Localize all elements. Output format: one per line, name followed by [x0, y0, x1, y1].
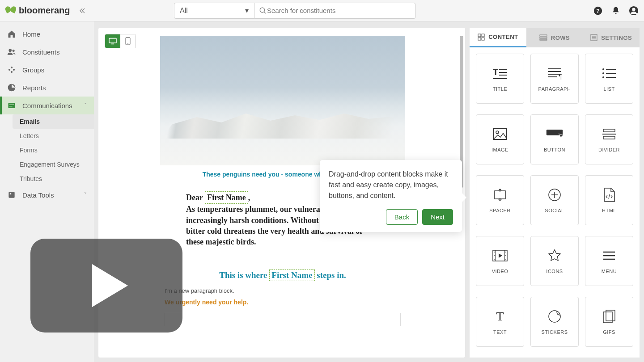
title-icon: T	[491, 66, 509, 81]
subhead-after: steps in.	[315, 270, 346, 280]
collapse-sidebar-icon[interactable]	[79, 8, 85, 14]
tooltip-buttons: Back Next	[329, 209, 453, 225]
sidebar-item-label: Home	[22, 30, 40, 38]
image-icon	[491, 126, 509, 142]
comms-subitems: Emails Letters Forms Engagement Surveys …	[0, 114, 94, 186]
search-filter-select[interactable]: All ▾	[174, 3, 254, 19]
social-icon	[546, 187, 564, 202]
logo-icon	[5, 5, 16, 16]
topbar: bloomerang All ▾ ?	[0, 0, 644, 21]
merge-tag-firstname[interactable]: First Name	[205, 191, 248, 204]
svg-point-39	[494, 255, 495, 256]
divider-icon	[600, 126, 618, 142]
new-paragraph[interactable]: I'm a new paragraph block.	[160, 281, 405, 296]
block-divider[interactable]: DIVIDER	[585, 114, 633, 164]
block-title[interactable]: TTITLE	[476, 54, 524, 104]
sidebar-item-home[interactable]: Home	[0, 25, 94, 43]
svg-point-4	[632, 8, 635, 11]
back-button[interactable]: Back	[386, 209, 418, 225]
greeting-prefix: Dear	[186, 193, 205, 202]
tab-rows[interactable]: ROWS	[526, 28, 583, 47]
svg-point-7	[11, 67, 13, 68]
desktop-view-button[interactable]	[105, 34, 120, 48]
svg-rect-35	[495, 191, 505, 199]
sidebar-item-reports[interactable]: Reports	[0, 79, 94, 97]
svg-text:¶: ¶	[559, 73, 562, 80]
data-icon	[7, 190, 16, 199]
device-toggle	[105, 34, 136, 48]
svg-rect-23	[540, 39, 547, 40]
help-icon[interactable]: ?	[593, 6, 603, 16]
play-icon	[92, 264, 128, 307]
merge-tag-firstname-2[interactable]: First Name	[269, 269, 314, 281]
block-list[interactable]: LIST	[585, 54, 633, 104]
sidebar-item-datatools[interactable]: Data Tools ˅	[0, 186, 94, 204]
mobile-view-button[interactable]	[120, 34, 136, 48]
block-html[interactable]: HTML	[585, 175, 633, 225]
right-panel: CONTENT ROWS SETTINGS TTITLE ¶PARAGRAPH …	[470, 28, 640, 358]
sub-item-tributes[interactable]: Tributes	[13, 172, 94, 186]
sidebar-item-communications[interactable]: Communications ˄	[0, 97, 94, 114]
urgent-text[interactable]: We urgently need your help.	[160, 296, 405, 308]
svg-rect-19	[478, 38, 481, 40]
subhead[interactable]: This is where First Name steps in.	[160, 269, 405, 281]
greeting-suffix: ,	[248, 193, 250, 202]
onboarding-tooltip: Drag-and-drop content blocks make it fas…	[320, 160, 462, 232]
sub-item-emails[interactable]: Emails	[13, 114, 94, 129]
svg-rect-21	[540, 35, 547, 36]
svg-point-8	[8, 69, 10, 71]
svg-point-5	[8, 49, 12, 52]
text-icon: T	[491, 309, 509, 324]
svg-point-9	[13, 69, 15, 71]
sub-item-letters[interactable]: Letters	[13, 129, 94, 143]
block-social[interactable]: SOCIAL	[530, 175, 579, 225]
placeholder-block[interactable]	[165, 313, 401, 326]
block-paragraph[interactable]: ¶PARAGRAPH	[530, 54, 579, 104]
tab-settings[interactable]: SETTINGS	[583, 28, 640, 47]
menu-icon	[600, 248, 618, 263]
block-gifs[interactable]: GIFS	[585, 297, 633, 347]
people-icon	[7, 47, 16, 56]
tooltip-text: Drag-and-drop content blocks make it fas…	[329, 169, 453, 201]
tab-content[interactable]: CONTENT	[470, 28, 526, 47]
svg-point-6	[13, 50, 15, 52]
content-blocks: TTITLE ¶PARAGRAPH LIST IMAGE BUTTON DIVI…	[470, 47, 640, 358]
svg-point-42	[505, 255, 506, 256]
svg-point-10	[11, 71, 13, 73]
play-video-overlay[interactable]	[30, 239, 182, 333]
block-spacer[interactable]: SPACER	[476, 175, 524, 225]
block-button[interactable]: BUTTON	[530, 114, 579, 164]
block-text[interactable]: TTEXT	[476, 297, 524, 347]
block-video[interactable]: VIDEO	[476, 236, 524, 286]
panel-tabs: CONTENT ROWS SETTINGS	[470, 28, 640, 47]
sub-item-surveys[interactable]: Engagement Surveys	[13, 157, 94, 172]
message-icon	[7, 101, 16, 110]
sidebar-item-groups[interactable]: Groups	[0, 61, 94, 79]
subhead-before: This is where	[219, 270, 269, 280]
sidebar-item-label: Communications	[22, 102, 72, 109]
svg-point-31	[496, 131, 499, 134]
groups-icon	[7, 65, 16, 74]
block-menu[interactable]: MENU	[585, 236, 633, 286]
logo[interactable]: bloomerang	[5, 5, 70, 16]
video-icon	[491, 248, 509, 263]
brand-name: bloomerang	[19, 5, 70, 16]
block-icons[interactable]: ICONS	[530, 236, 579, 286]
svg-point-16	[127, 43, 128, 44]
account-icon[interactable]	[629, 6, 639, 16]
sub-item-forms[interactable]: Forms	[13, 143, 94, 157]
hero-image[interactable]	[160, 36, 405, 165]
sidebar-item-constituents[interactable]: Constituents	[0, 43, 94, 61]
chart-icon	[7, 83, 16, 92]
html-icon	[600, 187, 618, 202]
block-stickers[interactable]: STICKERS	[530, 297, 579, 347]
block-image[interactable]: IMAGE	[476, 114, 524, 164]
svg-point-38	[494, 252, 495, 253]
bell-icon[interactable]	[611, 6, 621, 16]
search-icon	[259, 7, 267, 15]
search-input[interactable]	[267, 7, 411, 14]
svg-point-43	[505, 259, 506, 260]
svg-rect-13	[10, 193, 11, 194]
next-button[interactable]: Next	[422, 209, 453, 225]
list-icon	[600, 66, 618, 81]
